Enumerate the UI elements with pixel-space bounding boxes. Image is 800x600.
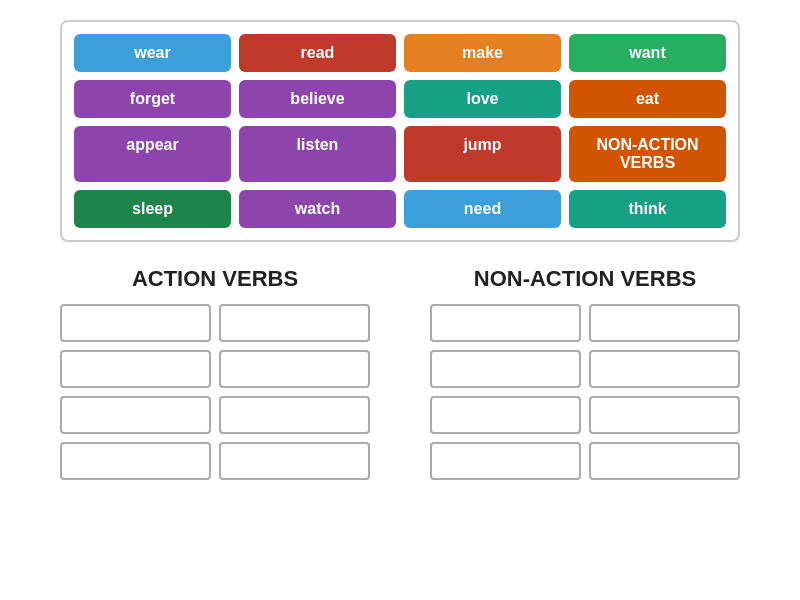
word-bank: wearreadmakewantforgetbelieveloveeatappe…: [60, 20, 740, 242]
word-tile-listen[interactable]: listen: [239, 126, 396, 182]
action-verbs-title: ACTION VERBS: [60, 266, 370, 292]
word-tile-eat[interactable]: eat: [569, 80, 726, 118]
action-drop-grid: [60, 304, 370, 480]
word-tile-want[interactable]: want: [569, 34, 726, 72]
non-action-drop-box-1[interactable]: [589, 304, 740, 342]
word-tile-watch[interactable]: watch: [239, 190, 396, 228]
action-drop-box-5[interactable]: [219, 396, 370, 434]
word-tile-need[interactable]: need: [404, 190, 561, 228]
non-action-drop-box-3[interactable]: [589, 350, 740, 388]
non-action-verbs-category: NON-ACTION VERBS: [430, 266, 740, 480]
non-action-drop-box-5[interactable]: [589, 396, 740, 434]
action-verbs-category: ACTION VERBS: [60, 266, 370, 480]
categories-section: ACTION VERBS NON-ACTION VERBS: [60, 266, 740, 480]
word-tile-love[interactable]: love: [404, 80, 561, 118]
action-drop-box-2[interactable]: [60, 350, 211, 388]
action-drop-box-3[interactable]: [219, 350, 370, 388]
non-action-drop-box-4[interactable]: [430, 396, 581, 434]
word-tile-jump[interactable]: jump: [404, 126, 561, 182]
action-drop-box-1[interactable]: [219, 304, 370, 342]
word-tile-make[interactable]: make: [404, 34, 561, 72]
action-drop-box-0[interactable]: [60, 304, 211, 342]
non-action-drop-grid: [430, 304, 740, 480]
non-action-drop-box-7[interactable]: [589, 442, 740, 480]
action-drop-box-6[interactable]: [60, 442, 211, 480]
word-tile-read[interactable]: read: [239, 34, 396, 72]
word-tile-wear[interactable]: wear: [74, 34, 231, 72]
non-action-verbs-title: NON-ACTION VERBS: [430, 266, 740, 292]
word-tile-appear[interactable]: appear: [74, 126, 231, 182]
word-tile-think[interactable]: think: [569, 190, 726, 228]
non-action-drop-box-2[interactable]: [430, 350, 581, 388]
word-tile-believe[interactable]: believe: [239, 80, 396, 118]
word-tile-forget[interactable]: forget: [74, 80, 231, 118]
non-action-drop-box-0[interactable]: [430, 304, 581, 342]
action-drop-box-7[interactable]: [219, 442, 370, 480]
action-drop-box-4[interactable]: [60, 396, 211, 434]
word-tile-non-action-verbs-tile[interactable]: NON-ACTION VERBS: [569, 126, 726, 182]
non-action-drop-box-6[interactable]: [430, 442, 581, 480]
word-tile-sleep[interactable]: sleep: [74, 190, 231, 228]
